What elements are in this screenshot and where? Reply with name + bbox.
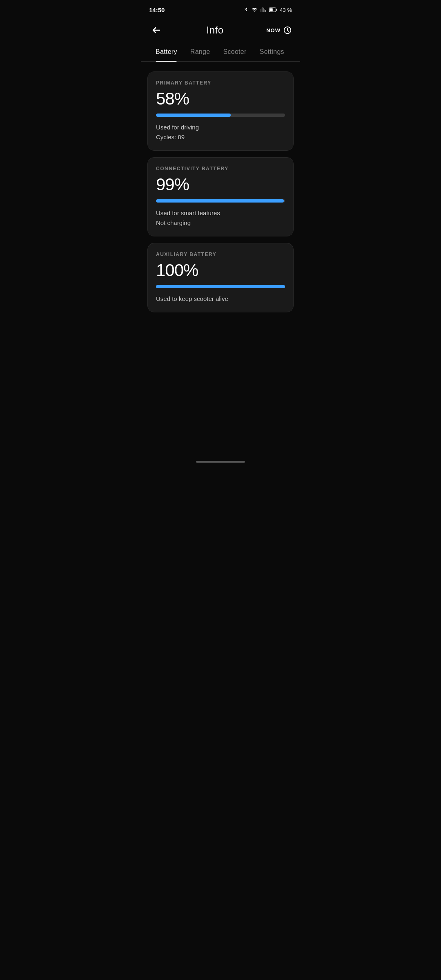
connectivity-battery-percentage: 99%	[156, 175, 285, 194]
auxiliary-battery-percentage: 100%	[156, 261, 285, 280]
status-icons: 43 %	[243, 7, 292, 13]
primary-battery-percentage: 58%	[156, 89, 285, 109]
clock-icon	[283, 26, 292, 35]
connectivity-battery-progress-fill	[156, 199, 284, 203]
svg-rect-1	[276, 9, 277, 11]
svg-rect-2	[270, 8, 273, 11]
primary-battery-card: PRIMARY BATTERY 58% Used for driving Cyc…	[147, 71, 294, 151]
battery-percentage-status: 43 %	[280, 7, 292, 13]
auxiliary-battery-info-1: Used to keep scooter alive	[156, 294, 285, 304]
auxiliary-battery-progress-container	[156, 285, 285, 288]
primary-battery-progress-container	[156, 114, 285, 117]
connectivity-battery-info-2: Not charging	[156, 218, 285, 228]
wifi-icon	[251, 7, 258, 13]
tab-settings[interactable]: Settings	[253, 42, 291, 61]
cards-container: PRIMARY BATTERY 58% Used for driving Cyc…	[141, 68, 300, 316]
signal-icon	[260, 7, 267, 13]
primary-battery-label: PRIMARY BATTERY	[156, 80, 285, 86]
auxiliary-battery-progress-fill	[156, 285, 285, 288]
status-time: 14:50	[149, 7, 165, 13]
auxiliary-battery-label: AUXILIARY BATTERY	[156, 252, 285, 257]
auxiliary-battery-card: AUXILIARY BATTERY 100% Used to keep scoo…	[147, 243, 294, 312]
connectivity-battery-card: CONNECTIVITY BATTERY 99% Used for smart …	[147, 157, 294, 236]
primary-battery-info-2: Cycles: 89	[156, 132, 285, 142]
page-title: Info	[207, 24, 224, 36]
now-label: NOW	[266, 27, 281, 33]
tab-battery[interactable]: Battery	[149, 42, 184, 61]
tab-range[interactable]: Range	[184, 42, 217, 61]
connectivity-battery-info-1: Used for smart features	[156, 208, 285, 218]
tab-bar: Battery Range Scooter Settings	[141, 42, 300, 62]
primary-battery-progress-fill	[156, 114, 231, 117]
connectivity-battery-label: CONNECTIVITY BATTERY	[156, 166, 285, 172]
bluetooth-icon	[243, 7, 249, 13]
connectivity-battery-progress-container	[156, 199, 285, 203]
home-bar	[196, 461, 245, 463]
primary-battery-info-1: Used for driving	[156, 122, 285, 132]
now-button[interactable]: NOW	[266, 26, 292, 35]
home-indicator	[141, 454, 300, 466]
back-button[interactable]	[149, 23, 164, 38]
device-battery-icon	[269, 7, 277, 13]
top-nav: Info NOW	[141, 18, 300, 42]
tab-scooter[interactable]: Scooter	[216, 42, 253, 61]
status-bar: 14:50 43 %	[141, 0, 300, 18]
